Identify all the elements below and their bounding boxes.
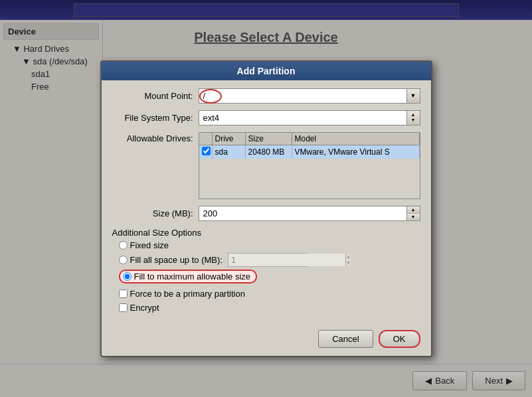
fill-to-max-label: Fill to maximum allowable size: [134, 272, 251, 281]
top-bar: [0, 0, 532, 20]
mount-point-label: Mount Point:: [112, 91, 199, 101]
encrypt-label: Encrypt: [130, 303, 159, 313]
dialog-body: Mount Point: ▼ File System Type:: [102, 80, 431, 325]
filesystem-type-control: ext4 ext3 ext2 xfs swap ▲ ▼: [199, 110, 420, 125]
mount-point-row: Mount Point: ▼: [112, 88, 420, 104]
top-bar-inner: [74, 3, 459, 17]
mount-point-dropdown-btn[interactable]: ▼: [406, 89, 420, 103]
drive-size-cell: 20480 MB: [246, 146, 292, 158]
size-mb-label: Size (MB):: [112, 208, 199, 218]
ok-button[interactable]: OK: [379, 330, 420, 348]
force-primary-checkbox[interactable]: [119, 289, 128, 298]
allowable-drives-label: Allowable Drives:: [112, 132, 199, 199]
main-area: Please Select A Device Device ▼ Hard Dri…: [0, 20, 532, 397]
allowable-drives-section: Allowable Drives: Drive Size Model: [112, 132, 420, 199]
drives-table-header: Drive Size Model: [199, 133, 420, 145]
fill-space-row: Fill all space up to (MB): ▲ ▼: [112, 253, 420, 267]
size-mb-spinner: ▲ ▼: [406, 206, 420, 220]
fixed-size-label: Fixed size: [130, 240, 169, 250]
force-primary-row: Force to be a primary partition: [112, 289, 420, 299]
drives-table: Drive Size Model sda 20480 MB VMware, VM…: [199, 132, 420, 199]
cancel-button[interactable]: Cancel: [318, 330, 373, 348]
fill-space-up-btn: ▲: [346, 254, 351, 260]
fixed-size-radio[interactable]: [119, 241, 128, 250]
size-mb-control: ▲ ▼: [199, 206, 420, 221]
additional-size-options: Additional Size Options Fixed size Fill …: [112, 228, 420, 283]
force-primary-label: Force to be a primary partition: [130, 289, 245, 299]
fill-space-down-btn: ▼: [346, 260, 351, 266]
size-mb-up-btn[interactable]: ▲: [407, 206, 420, 214]
fill-space-label: Fill all space up to (MB):: [130, 255, 222, 265]
fill-space-spinner: ▲ ▼: [345, 254, 351, 266]
fixed-size-row: Fixed size: [112, 240, 420, 250]
drive-checkbox-cell: [199, 145, 213, 159]
fill-to-max-highlight: Fill to maximum allowable size: [119, 270, 258, 283]
fill-space-input-wrap: ▲ ▼: [228, 253, 308, 267]
encrypt-checkbox[interactable]: [119, 303, 128, 312]
mount-point-input-combo: ▼: [199, 88, 420, 104]
col-header-radio: [199, 133, 213, 145]
fill-to-max-row: Fill to maximum allowable size: [112, 270, 420, 283]
drive-name-cell: sda: [213, 146, 246, 158]
dialog-title: Add Partition: [102, 62, 431, 80]
drive-checkbox[interactable]: [202, 147, 211, 155]
filesystem-type-row: File System Type: ext4 ext3 ext2 xfs swa…: [112, 110, 420, 125]
size-mb-input-wrap: ▲ ▼: [199, 206, 420, 221]
table-row[interactable]: sda 20480 MB VMware, VMware Virtual S: [199, 145, 420, 159]
size-mb-row: Size (MB): ▲ ▼: [112, 206, 420, 221]
col-header-drive: Drive: [213, 133, 246, 145]
drives-empty-space: [199, 159, 420, 198]
add-partition-dialog: Add Partition Mount Point: ▼: [100, 60, 432, 357]
additional-size-options-title: Additional Size Options: [112, 228, 420, 238]
fill-space-input: [228, 254, 345, 266]
size-mb-down-btn[interactable]: ▼: [407, 214, 420, 220]
col-header-size: Size: [246, 133, 292, 145]
modal-overlay: Add Partition Mount Point: ▼: [0, 20, 532, 397]
filesystem-type-label: File System Type:: [112, 113, 199, 123]
col-header-model: Model: [292, 133, 420, 145]
encrypt-row: Encrypt: [112, 303, 420, 313]
size-mb-input[interactable]: [199, 206, 406, 220]
filesystem-type-select[interactable]: ext4 ext3 ext2 xfs swap: [199, 111, 406, 125]
fill-to-max-radio[interactable]: [123, 272, 132, 281]
mount-point-input[interactable]: [199, 89, 406, 103]
mount-point-control: ▼: [199, 88, 420, 104]
dialog-buttons: Cancel OK: [102, 325, 431, 356]
filesystem-type-combo: ext4 ext3 ext2 xfs swap ▲ ▼: [199, 110, 420, 125]
filesystem-type-spinner[interactable]: ▲ ▼: [406, 111, 420, 125]
drive-model-cell: VMware, VMware Virtual S: [292, 146, 420, 158]
fill-space-radio[interactable]: [119, 256, 128, 264]
